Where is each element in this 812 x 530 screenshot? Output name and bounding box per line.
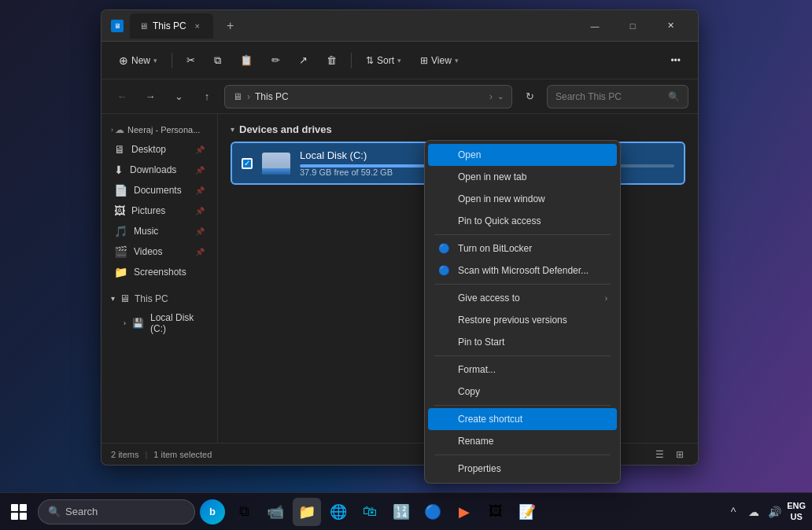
window-app-icon: 🖥 <box>111 20 124 32</box>
address-input[interactable]: 🖥 › This PC › ⌄ <box>224 85 512 109</box>
view-button[interactable]: ⊞ View ▾ <box>412 50 467 71</box>
sidebar-item-videos[interactable]: 🎬 Videos 📌 <box>105 241 214 262</box>
ctx-pin-quick[interactable]: Pin to Quick access <box>428 210 617 232</box>
toolbar-separator-2 <box>351 53 352 68</box>
file-explorer-icon: 📁 <box>298 503 316 521</box>
drive-checkbox[interactable] <box>242 158 253 169</box>
ctx-defender-icon: 🔵 <box>437 265 450 276</box>
up-button[interactable]: ↑ <box>196 86 218 108</box>
microsoft-store-button[interactable]: 🛍 <box>356 498 384 526</box>
copy-button[interactable]: ⧉ <box>206 50 229 72</box>
ctx-rename[interactable]: Rename <box>428 430 617 452</box>
media-player-button[interactable]: ▶ <box>450 498 478 526</box>
language-indicator[interactable]: ENG US <box>787 501 806 521</box>
notepad-icon: 📝 <box>519 503 536 521</box>
rename-button[interactable]: ✏ <box>264 50 288 71</box>
edge-button[interactable]: 🌐 <box>324 498 352 526</box>
notepad-button[interactable]: 📝 <box>513 498 541 526</box>
ctx-give-access[interactable]: Give access to › <box>428 287 617 309</box>
sidebar-item-pictures-label: Pictures <box>131 205 165 216</box>
close-button[interactable]: ✕ <box>652 15 688 37</box>
taskbar-search[interactable]: 🔍 Search <box>38 499 195 524</box>
view-dropdown-arrow: ▾ <box>455 57 459 64</box>
title-tab[interactable]: 🖥 This PC × <box>130 13 213 39</box>
search-input[interactable]: Search This PC 🔍 <box>547 85 688 109</box>
ctx-separator-5 <box>434 455 611 455</box>
sort-button[interactable]: ⇅ Sort ▾ <box>358 50 409 71</box>
system-tray: ^ ☁ 🔊 ENG US <box>724 501 806 521</box>
sidebar-item-local-disk-label: Local Disk (C:) <box>150 312 205 334</box>
ctx-open-new-window[interactable]: Open in new window <box>428 188 617 210</box>
sidebar-item-documents-label: Documents <box>134 185 182 196</box>
share-button[interactable]: ↗ <box>291 50 316 71</box>
ctx-format[interactable]: Format... <box>428 359 617 381</box>
sidebar-item-music[interactable]: 🎵 Music 📌 <box>105 221 214 241</box>
this-pc-group[interactable]: ▾ 🖥 This PC <box>105 289 214 308</box>
start-button[interactable] <box>6 499 31 524</box>
ctx-bitlocker[interactable]: 🔵 Turn on BitLocker <box>428 237 617 259</box>
teams-icon: 📹 <box>267 503 284 521</box>
status-view-controls: ☰ ⊞ <box>651 446 688 463</box>
ctx-open-label: Open <box>458 149 481 160</box>
list-view-button[interactable]: ☰ <box>651 446 668 463</box>
delete-icon: 🗑 <box>327 54 337 66</box>
ctx-pin-start[interactable]: Pin to Start <box>428 331 617 353</box>
videos-icon: 🎬 <box>114 245 127 258</box>
refresh-button[interactable]: ↻ <box>519 86 541 108</box>
chevron-up-button[interactable]: ^ <box>724 502 743 521</box>
sidebar-item-pictures[interactable]: 🖼 Pictures 📌 <box>105 201 214 221</box>
ctx-defender[interactable]: 🔵 Scan with Microsoft Defender... <box>428 259 617 282</box>
sidebar-item-desktop[interactable]: 🖥 Desktop 📌 <box>105 139 214 160</box>
minimize-button[interactable]: — <box>577 15 613 37</box>
network-icon[interactable]: ☁ <box>744 502 763 521</box>
local-disk-chevron: › <box>124 319 126 327</box>
ctx-properties-label: Properties <box>458 463 501 474</box>
cut-button[interactable]: ✂ <box>179 50 203 71</box>
tab-close-button[interactable]: × <box>191 20 204 32</box>
downloads-pin-icon: 📌 <box>195 166 205 175</box>
new-tab-button[interactable]: + <box>220 15 242 37</box>
taskview-button[interactable]: ⧉ <box>230 498 258 526</box>
teams-button[interactable]: 📹 <box>261 498 290 526</box>
bing-search-icon: 🔵 <box>424 503 441 521</box>
maximize-button[interactable]: □ <box>615 15 651 37</box>
sidebar-item-screenshots[interactable]: 📁 Screenshots <box>105 262 214 282</box>
photos-button[interactable]: 🖼 <box>482 498 510 526</box>
back-button[interactable]: ← <box>111 86 133 108</box>
explorer-window: 🖥 🖥 This PC × + — □ ✕ ⊕ New ▾ ✂ ⧉ 📋 <box>101 9 699 466</box>
volume-icon[interactable]: 🔊 <box>765 502 784 521</box>
file-explorer-button[interactable]: 📁 <box>293 498 321 526</box>
sort-dropdown-arrow: ▾ <box>397 57 401 64</box>
grid-view-button[interactable]: ⊞ <box>671 446 688 463</box>
ctx-open[interactable]: Open <box>428 144 617 166</box>
ctx-restore-versions[interactable]: Restore previous versions <box>428 309 617 331</box>
documents-icon: 📄 <box>114 184 127 197</box>
bing-chat-button[interactable]: b <box>198 498 227 526</box>
ctx-open-new-tab[interactable]: Open in new tab <box>428 166 617 188</box>
delete-button[interactable]: 🗑 <box>319 50 345 71</box>
bing-search-button[interactable]: 🔵 <box>419 498 447 526</box>
address-separator: › <box>247 91 250 102</box>
sidebar-item-screenshots-label: Screenshots <box>134 267 186 278</box>
new-button[interactable]: ⊕ New ▾ <box>111 50 165 72</box>
more-button[interactable]: ••• <box>663 50 688 71</box>
calculator-button[interactable]: 🔢 <box>387 498 415 526</box>
ctx-properties[interactable]: Properties <box>428 458 617 480</box>
ctx-copy[interactable]: Copy <box>428 381 617 403</box>
forward-button[interactable]: → <box>139 86 161 108</box>
ctx-give-access-arrow: › <box>605 294 607 303</box>
context-menu: Open Open in new tab Open in new window … <box>424 140 621 484</box>
cloud-expand[interactable]: › ☁ Neeraj - Persona... <box>105 120 214 139</box>
paste-icon: 📋 <box>240 54 253 66</box>
ctx-bitlocker-icon: 🔵 <box>437 243 450 254</box>
sidebar-item-downloads[interactable]: ⬇ Downloads 📌 <box>105 160 214 180</box>
ctx-format-label: Format... <box>458 364 496 375</box>
sidebar-item-local-disk[interactable]: › 💾 Local Disk (C:) <box>105 308 214 338</box>
ctx-create-shortcut[interactable]: Create shortcut <box>428 408 617 430</box>
paste-button[interactable]: 📋 <box>232 50 260 71</box>
ctx-separator-2 <box>434 284 611 285</box>
sidebar-item-documents[interactable]: 📄 Documents 📌 <box>105 180 214 201</box>
systray-icons: ^ ☁ 🔊 <box>724 502 784 521</box>
recent-button[interactable]: ⌄ <box>168 86 190 108</box>
status-separator: | <box>145 450 147 459</box>
